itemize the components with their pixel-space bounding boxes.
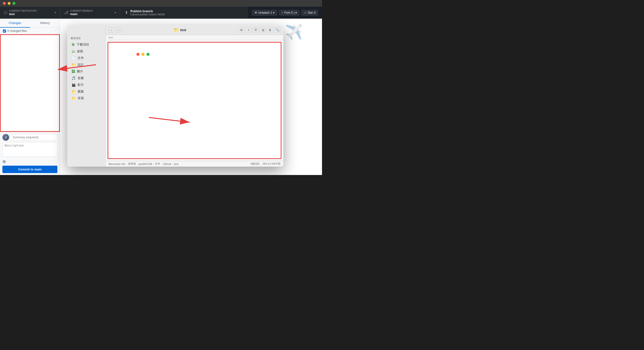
finder-item-ziling[interactable]: 📁 紫菱: [68, 88, 104, 95]
branch-chevron-icon: ▾: [115, 11, 116, 14]
finder-item-label-ziling: 紫菱: [78, 89, 84, 94]
maximize-button[interactable]: [12, 2, 15, 5]
fork-icon: ⑂: [282, 11, 283, 14]
finder-item-documents[interactable]: 📄 文件: [68, 55, 104, 61]
current-branch-section[interactable]: ⎇ Current Branch main ▾: [60, 7, 120, 18]
finder-status-count: 0個項目，393.13 GB可用: [250, 162, 280, 166]
breadcrumb-sep-0: ›: [126, 163, 127, 166]
finder-title-area: 📁 test: [123, 27, 237, 33]
sidebar-tabs: Changes History: [0, 19, 60, 28]
fork-button[interactable]: ⑂ Fork 0 | ▾: [279, 10, 300, 15]
finder-toolbar-right: ⊞ ≡ ⦿ ▥ 🗑 🔍: [238, 27, 280, 33]
finder-item-label-documents: 文件: [78, 56, 84, 60]
finder-content-area: test: [106, 35, 283, 161]
finder-folder-icon: 📁: [174, 27, 179, 33]
commit-footer: ⊕: [2, 159, 58, 164]
repo-chevron-icon: ▾: [55, 11, 56, 14]
downloads-icon: ⊕: [72, 42, 75, 47]
commit-summary-input[interactable]: [10, 134, 58, 141]
fork-divider: |: [294, 11, 294, 14]
finder-icon-view-button[interactable]: ⊞: [238, 27, 244, 33]
branch-icon: ⎇: [64, 10, 68, 15]
finder-item-design[interactable]: 📁 設計: [68, 61, 104, 68]
finder-window: 喜好項目 ⊕ 下載項目 🗂 桌面 📄 文件 📁 設計 🖼 圖片 🎵 音樂 🎬 影…: [67, 25, 283, 167]
tab-history[interactable]: History: [30, 19, 60, 27]
close-button[interactable]: [3, 2, 6, 5]
fork-count: 0: [291, 11, 293, 14]
finder-item-pictures[interactable]: 🖼 圖片: [68, 68, 104, 75]
finder-breadcrumb: Macintosh HD › 使用者 › jack842248 › 文件 › G…: [108, 162, 178, 166]
commit-description-input[interactable]: [2, 142, 58, 157]
movies-icon: 🎬: [72, 83, 76, 87]
unwatch-button[interactable]: 👁 Unwatch 1 ▾: [252, 10, 277, 15]
fork-chevron-icon: ▾: [295, 11, 297, 14]
breadcrumb-sep-1: ›: [137, 163, 138, 166]
titlebar: [0, 0, 322, 7]
finder-sidebar: 喜好項目 ⊕ 下載項目 🗂 桌面 📄 文件 📁 設計 🖼 圖片 🎵 音樂 🎬 影…: [67, 25, 106, 167]
finder-item-downloads[interactable]: ⊕ 下載項目: [68, 41, 104, 48]
finder-close-button[interactable]: [136, 53, 140, 56]
publish-icon: ⬆: [125, 10, 128, 15]
finder-item-label-music: 音樂: [78, 76, 84, 80]
eye-icon: 👁: [254, 11, 258, 14]
repo-name: test: [9, 12, 37, 16]
finder-list-view-button[interactable]: ≡: [246, 27, 252, 33]
breadcrumb-item-3: 文件: [155, 162, 160, 166]
music-icon: 🎵: [72, 76, 76, 80]
finder-item-label-design: 設計: [78, 63, 84, 67]
finder-item-movies[interactable]: 🎬 影片: [68, 81, 104, 88]
star-icon: ☆: [304, 11, 307, 14]
ziling-icon: 📁: [72, 90, 76, 94]
finder-path-label: test: [106, 35, 283, 40]
finder-item-label-movies: 影片: [78, 83, 84, 87]
documents-icon: 📄: [72, 56, 76, 60]
finder-item-label-earring: 耳環: [78, 96, 84, 100]
file-list-area: [0, 34, 60, 132]
star-label: Star: [308, 11, 313, 14]
commit-button[interactable]: Commit to main: [2, 166, 58, 173]
breadcrumb-item-2: jack842248: [138, 163, 152, 166]
changed-files-bar: 0 changed files: [0, 28, 60, 34]
commit-summary-row: J: [2, 134, 58, 141]
finder-delete-button[interactable]: 🗑: [267, 27, 273, 33]
finder-back-button[interactable]: ‹: [108, 27, 114, 33]
finder-empty-area: [108, 42, 282, 159]
current-repo-section[interactable]: ⬡ Current Repository test ▾: [0, 7, 60, 18]
commit-area: J ⊕ Commit to main: [0, 132, 60, 175]
finder-item-desktop[interactable]: 🗂 桌面: [68, 48, 104, 55]
toolbar: ⬡ Current Repository test ▾ ⎇ Current Br…: [0, 7, 322, 19]
finder-main: ‹ › 📁 test ⊞ ≡ ⦿ ▥ 🗑 🔍 test Macintosh HD: [106, 25, 283, 167]
breadcrumb-item-0: Macintosh HD: [108, 163, 125, 166]
finder-item-earring[interactable]: 📁 耳環: [68, 95, 104, 102]
tab-changes[interactable]: Changes: [0, 19, 30, 27]
select-all-checkbox[interactable]: [3, 29, 6, 33]
avatar: J: [2, 134, 9, 141]
finder-search-button[interactable]: 🔍: [274, 27, 280, 33]
breadcrumb-item-1: 使用者: [128, 162, 136, 166]
finder-forward-button[interactable]: ›: [116, 27, 122, 33]
design-icon: 📁: [72, 63, 76, 67]
finder-item-label-downloads: 下載項目: [76, 42, 89, 47]
finder-traffic-lights: [136, 53, 150, 56]
finder-window-title: test: [180, 28, 186, 32]
finder-maximize-button[interactable]: [146, 53, 150, 56]
finder-gallery-view-button[interactable]: ▥: [260, 27, 266, 33]
finder-minimize-button[interactable]: [142, 53, 144, 56]
publish-section[interactable]: ⬆ Publish branch Cannot publish unborn H…: [120, 7, 170, 18]
toolbar-right: 👁 Unwatch 1 ▾ ⑂ Fork 0 | ▾ ☆ Star 0: [248, 7, 322, 18]
breadcrumb-sep-4: ›: [172, 163, 173, 166]
finder-item-label-desktop: 桌面: [77, 49, 83, 53]
earring-icon: 📁: [72, 96, 76, 100]
finder-item-music[interactable]: 🎵 音樂: [68, 75, 104, 81]
finder-column-view-button[interactable]: ⦿: [252, 27, 259, 33]
co-author-button[interactable]: ⊕: [2, 159, 6, 164]
changed-files-count: 0 changed files: [8, 29, 27, 33]
breadcrumb-item-4: GitHub: [163, 163, 171, 166]
star-count: 0: [314, 11, 316, 14]
minimize-button[interactable]: [8, 2, 10, 5]
desktop-icon: 🗂: [72, 49, 75, 53]
star-button[interactable]: ☆ Star 0: [301, 10, 318, 15]
pictures-icon: 🖼: [72, 69, 75, 73]
breadcrumb-sep-2: ›: [153, 163, 154, 166]
publish-subtitle: Cannot publish unborn HEAD: [130, 13, 165, 16]
